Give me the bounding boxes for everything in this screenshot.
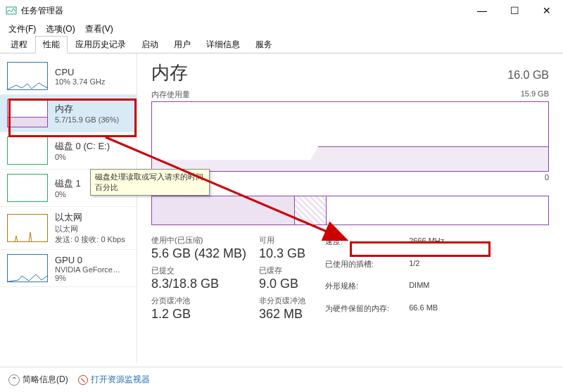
composition-used (152, 196, 295, 225)
paged-value: 1.2 GB (151, 307, 246, 322)
tooltip: 磁盘处理读取或写入请求的时间百分比 (90, 169, 210, 196)
window-controls: — ☐ ✕ (466, 0, 563, 21)
speed-label: 速度: (325, 236, 389, 255)
commit-value: 8.3/18.8 GB (151, 277, 246, 291)
slots-value: 1/2 (409, 259, 444, 278)
titlebar: 任务管理器 — ☐ ✕ (0, 0, 563, 21)
paged-label: 分页缓冲池 (151, 296, 246, 306)
avail-value: 10.3 GB (259, 246, 305, 261)
stats-row: 使用中(已压缩) 5.6 GB (432 MB) 已提交 8.3/18.8 GB… (151, 235, 549, 322)
usage-label: 内存使用量 (151, 89, 190, 100)
disk1-mini-graph (7, 174, 48, 202)
maximize-button[interactable]: ☐ (498, 0, 531, 21)
tabbar: 进程 性能 应用历史记录 启动 用户 详细信息 服务 (0, 37, 563, 53)
disk0-mini-graph (7, 137, 48, 165)
tab-details[interactable]: 详细信息 (198, 36, 248, 53)
ethernet-label: 以太网 (55, 211, 125, 224)
tab-history[interactable]: 应用历史记录 (68, 36, 134, 53)
sidebar-item-disk0[interactable]: 磁盘 0 (C: E:) 0% (0, 132, 137, 170)
chevron-up-icon: ⌃ (8, 374, 20, 386)
resmon-label: 打开资源监视器 (91, 374, 150, 386)
tab-users[interactable]: 用户 (166, 36, 198, 53)
app-icon (6, 5, 17, 16)
commit-label: 已提交 (151, 265, 246, 276)
brief-info-toggle[interactable]: ⌃ 简略信息(D) (8, 374, 68, 386)
hwreserve-label: 为硬件保留的内存: (325, 303, 389, 322)
resource-monitor-icon (78, 375, 88, 385)
sidebar-item-gpu[interactable]: GPU 0 NVIDIA GeForce… 9% (0, 250, 137, 287)
sidebar-item-ethernet[interactable]: 以太网 以太网 发送: 0 接收: 0 Kbps (0, 207, 137, 250)
cached-value: 9.0 GB (259, 277, 305, 291)
cpu-label: CPU (55, 67, 106, 77)
ethernet-value: 以太网 (55, 224, 125, 234)
composition-modified (295, 196, 327, 225)
slots-label: 已使用的插槽: (325, 259, 389, 278)
menubar: 文件(F) 选项(O) 查看(V) (0, 21, 563, 37)
form-value: DIMM (409, 281, 444, 300)
sidebar: CPU 10% 3.74 GHz 内存 5.7/15.9 GB (36%) 磁盘… (0, 53, 137, 363)
usage-max: 15.9 GB (521, 89, 549, 100)
memory-value: 5.7/15.9 GB (36%) (55, 115, 119, 124)
memory-usage-chart (151, 101, 549, 172)
content: CPU 10% 3.74 GHz 内存 5.7/15.9 GB (36%) 磁盘… (0, 53, 563, 363)
memory-composition-chart (151, 196, 549, 225)
minimize-button[interactable]: — (466, 0, 498, 21)
close-button[interactable]: ✕ (531, 0, 563, 21)
avail-label: 可用 (259, 235, 305, 246)
chart-fill (152, 146, 548, 171)
disk1-label: 磁盘 1 (55, 177, 81, 190)
menu-options[interactable]: 选项(O) (42, 23, 79, 35)
sidebar-item-memory[interactable]: 内存 5.7/15.9 GB (36%) (0, 95, 137, 132)
tab-services[interactable]: 服务 (248, 36, 280, 53)
window-title: 任务管理器 (21, 5, 466, 17)
tab-processes[interactable]: 进程 (3, 36, 35, 53)
ethernet-extra: 发送: 0 接收: 0 Kbps (55, 234, 125, 245)
menu-file[interactable]: 文件(F) (4, 23, 40, 35)
memory-label: 内存 (55, 103, 119, 115)
used-label: 使用中(已压缩) (151, 235, 246, 246)
brief-label: 简略信息(D) (23, 374, 68, 386)
hwreserve-value: 66.6 MB (409, 303, 444, 322)
cpu-mini-graph (7, 62, 48, 90)
menu-view[interactable]: 查看(V) (81, 23, 118, 35)
page-title: 内存 (151, 61, 188, 85)
memory-mini-graph (7, 99, 48, 127)
info-table: 速度: 2666 MHz 已使用的插槽: 1/2 外形规格: DIMM 为硬件保… (325, 236, 444, 322)
cached-label: 已缓存 (259, 265, 305, 276)
disk0-value: 0% (55, 153, 110, 161)
gpu-extra: 9% (55, 274, 120, 282)
sidebar-item-cpu[interactable]: CPU 10% 3.74 GHz (0, 58, 137, 95)
disk1-value: 0% (55, 190, 81, 198)
form-label: 外形规格: (325, 281, 389, 300)
gpu-mini-graph (7, 254, 48, 282)
nonpaged-label: 非分页缓冲池 (259, 296, 305, 306)
gpu-value: NVIDIA GeForce… (55, 265, 120, 274)
chart-axis-zero: 0 (151, 173, 549, 182)
gpu-label: GPU 0 (55, 255, 120, 265)
disk0-label: 磁盘 0 (C: E:) (55, 140, 110, 153)
nonpaged-value: 362 MB (259, 307, 305, 322)
speed-value: 2666 MHz (409, 236, 444, 255)
tab-startup[interactable]: 启动 (134, 36, 166, 53)
footer: ⌃ 简略信息(D) 打开资源监视器 (0, 367, 563, 392)
ethernet-mini-graph (7, 214, 48, 242)
cpu-value: 10% 3.74 GHz (55, 77, 106, 86)
memory-total: 16.0 GB (507, 69, 549, 82)
open-resource-monitor-link[interactable]: 打开资源监视器 (78, 374, 150, 386)
main-panel: 内存 16.0 GB 内存使用量 15.9 GB 0 使用中(已压缩) 5.6 … (137, 53, 563, 363)
used-value: 5.6 GB (432 MB) (151, 246, 246, 261)
tab-performance[interactable]: 性能 (35, 36, 68, 53)
